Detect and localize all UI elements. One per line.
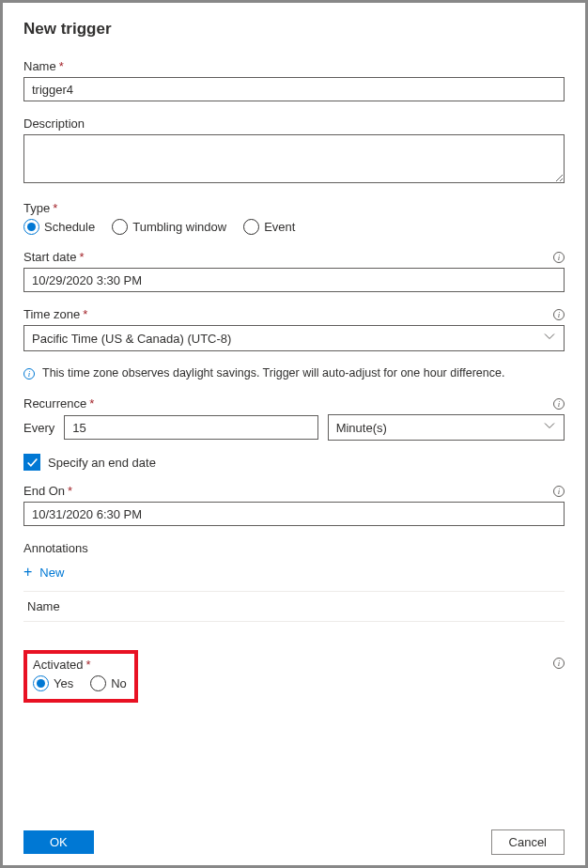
description-label: Description (23, 116, 565, 131)
dst-note: i This time zone observes daylight savin… (23, 366, 565, 380)
info-icon[interactable]: i (553, 398, 565, 410)
footer: OK Cancel (3, 818, 585, 865)
every-label: Every (23, 421, 54, 435)
add-annotation-button[interactable]: + New (23, 559, 64, 585)
panel-title: New trigger (23, 20, 565, 39)
type-label: Type* (23, 201, 565, 215)
info-icon[interactable]: i (553, 252, 565, 263)
type-radio-tumbling[interactable]: Tumbling window (112, 219, 226, 235)
activated-label: Activated* (33, 658, 127, 672)
annotations-label: Annotations (23, 541, 565, 555)
name-input[interactable] (23, 77, 565, 101)
recurrence-label: Recurrence* i (23, 396, 565, 411)
activated-radio-no[interactable]: No (90, 675, 127, 691)
radio-icon (33, 675, 49, 691)
specify-end-checkbox[interactable]: Specify an end date (23, 454, 565, 471)
end-on-input[interactable] (23, 502, 565, 526)
required-asterisk: * (59, 59, 64, 73)
plus-icon: + (23, 565, 32, 580)
type-radio-schedule[interactable]: Schedule (23, 219, 95, 235)
radio-icon (112, 219, 128, 235)
info-icon[interactable]: i (553, 658, 565, 669)
info-icon: i (23, 368, 35, 380)
annotations-column-header: Name (23, 591, 565, 622)
radio-icon (90, 675, 106, 691)
time-zone-select[interactable]: Pacific Time (US & Canada) (UTC-8) (23, 325, 565, 351)
info-icon[interactable]: i (553, 486, 565, 497)
end-on-label: End On* i (23, 484, 565, 498)
start-date-label: Start date* i (23, 250, 565, 264)
name-label: Name* (23, 59, 565, 73)
activated-radio-yes[interactable]: Yes (33, 675, 73, 691)
radio-icon (243, 219, 259, 235)
start-date-input[interactable] (23, 268, 565, 292)
info-icon[interactable]: i (553, 309, 565, 320)
cancel-button[interactable]: Cancel (491, 829, 565, 855)
activated-highlight: Activated* Yes No (23, 650, 138, 703)
radio-icon (23, 219, 39, 235)
recurrence-unit-select[interactable]: Minute(s) (328, 414, 565, 441)
every-input[interactable] (64, 415, 317, 440)
type-radio-event[interactable]: Event (243, 219, 295, 235)
ok-button[interactable]: OK (23, 830, 94, 854)
time-zone-label: Time zone* i (23, 307, 565, 321)
checkbox-checked-icon (23, 454, 40, 471)
description-textarea[interactable] (23, 134, 565, 183)
